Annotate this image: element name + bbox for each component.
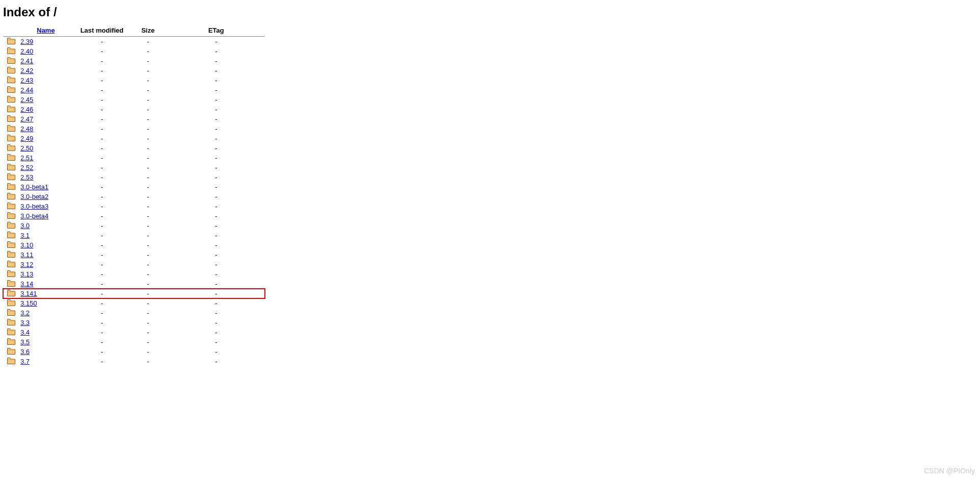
cell-name: 3.13 (16, 269, 75, 279)
directory-link[interactable]: 3.10 (20, 241, 33, 249)
table-row: 3.0-beta1--- (3, 182, 265, 192)
directory-link[interactable]: 3.6 (20, 348, 30, 356)
header-last-modified: Last modified (75, 24, 129, 37)
directory-link[interactable]: 3.0 (20, 222, 30, 230)
folder-icon (3, 337, 16, 347)
cell-size: - (129, 221, 167, 231)
directory-link[interactable]: 2.49 (20, 135, 33, 142)
directory-link[interactable]: 3.2 (20, 309, 30, 317)
directory-link[interactable]: 2.46 (20, 106, 33, 113)
table-row: 2.40--- (3, 46, 265, 56)
directory-link[interactable]: 2.44 (20, 86, 33, 94)
table-row: 2.49--- (3, 134, 265, 143)
directory-link[interactable]: 2.45 (20, 96, 33, 104)
cell-name: 2.49 (16, 134, 75, 143)
cell-etag: - (167, 56, 265, 66)
directory-link[interactable]: 3.11 (20, 251, 33, 259)
cell-name: 3.3 (16, 318, 75, 328)
cell-name: 2.39 (16, 37, 75, 47)
folder-icon (3, 143, 16, 153)
directory-link[interactable]: 3.4 (20, 329, 30, 336)
cell-name: 3.14 (16, 279, 75, 289)
directory-link[interactable]: 3.0-beta2 (20, 193, 48, 200)
cell-last-modified: - (75, 337, 129, 347)
directory-link[interactable]: 2.43 (20, 77, 33, 84)
directory-link[interactable]: 2.50 (20, 144, 33, 152)
cell-size: - (129, 289, 167, 298)
directory-link[interactable]: 2.47 (20, 115, 33, 123)
cell-last-modified: - (75, 269, 129, 279)
directory-link[interactable]: 3.141 (20, 290, 37, 297)
directory-link[interactable]: 3.13 (20, 270, 33, 278)
folder-icon (3, 308, 16, 318)
table-row: 3.12--- (3, 260, 265, 269)
folder-icon (3, 221, 16, 231)
table-row: 3.3--- (3, 318, 265, 328)
cell-etag: - (167, 134, 265, 143)
directory-link[interactable]: 3.5 (20, 338, 30, 346)
table-row: 3.0-beta3--- (3, 202, 265, 211)
directory-link[interactable]: 2.53 (20, 173, 33, 181)
folder-icon (3, 85, 16, 95)
table-row: 3.13--- (3, 269, 265, 279)
header-etag: ETag (167, 24, 265, 37)
folder-icon (3, 124, 16, 134)
cell-last-modified: - (75, 163, 129, 172)
cell-name: 3.0 (16, 221, 75, 231)
directory-link[interactable]: 2.51 (20, 154, 33, 162)
cell-etag: - (167, 269, 265, 279)
directory-link[interactable]: 2.39 (20, 38, 33, 45)
directory-link[interactable]: 3.0-beta4 (20, 212, 48, 220)
table-row: 3.0--- (3, 221, 265, 231)
directory-link[interactable]: 3.14 (20, 280, 33, 288)
directory-link[interactable]: 3.7 (20, 358, 30, 365)
cell-name: 3.0-beta2 (16, 192, 75, 202)
cell-last-modified: - (75, 56, 129, 66)
folder-icon (3, 66, 16, 76)
cell-name: 2.41 (16, 56, 75, 66)
folder-icon (3, 192, 16, 202)
directory-link[interactable]: 3.0-beta3 (20, 203, 48, 210)
sort-by-name-link[interactable]: Name (37, 27, 55, 34)
cell-size: - (129, 211, 167, 221)
cell-last-modified: - (75, 182, 129, 192)
cell-etag: - (167, 182, 265, 192)
directory-link[interactable]: 3.1 (20, 232, 30, 239)
folder-icon (3, 240, 16, 250)
directory-link[interactable]: 2.48 (20, 125, 33, 133)
directory-link[interactable]: 3.0-beta1 (20, 183, 48, 191)
directory-link[interactable]: 3.12 (20, 261, 33, 268)
directory-link[interactable]: 2.41 (20, 57, 33, 65)
cell-size: - (129, 66, 167, 76)
directory-link[interactable]: 2.42 (20, 67, 33, 74)
cell-size: - (129, 105, 167, 114)
folder-icon (3, 211, 16, 221)
cell-last-modified: - (75, 202, 129, 211)
folder-icon (3, 105, 16, 114)
table-row: 2.42--- (3, 66, 265, 76)
directory-link[interactable]: 3.150 (20, 299, 37, 307)
cell-etag: - (167, 328, 265, 337)
cell-etag: - (167, 85, 265, 95)
cell-last-modified: - (75, 95, 129, 105)
cell-size: - (129, 153, 167, 163)
cell-name: 3.2 (16, 308, 75, 318)
cell-size: - (129, 182, 167, 192)
cell-name: 2.43 (16, 76, 75, 85)
folder-icon (3, 134, 16, 143)
cell-etag: - (167, 231, 265, 240)
cell-last-modified: - (75, 240, 129, 250)
cell-name: 3.11 (16, 250, 75, 260)
header-name: Name (16, 24, 75, 37)
cell-size: - (129, 279, 167, 289)
directory-link[interactable]: 2.52 (20, 164, 33, 171)
folder-icon (3, 269, 16, 279)
cell-last-modified: - (75, 250, 129, 260)
table-row: 3.11--- (3, 250, 265, 260)
cell-name: 2.52 (16, 163, 75, 172)
directory-link[interactable]: 2.40 (20, 47, 33, 55)
cell-size: - (129, 172, 167, 182)
cell-etag: - (167, 37, 265, 47)
cell-name: 2.46 (16, 105, 75, 114)
directory-link[interactable]: 3.3 (20, 319, 30, 326)
